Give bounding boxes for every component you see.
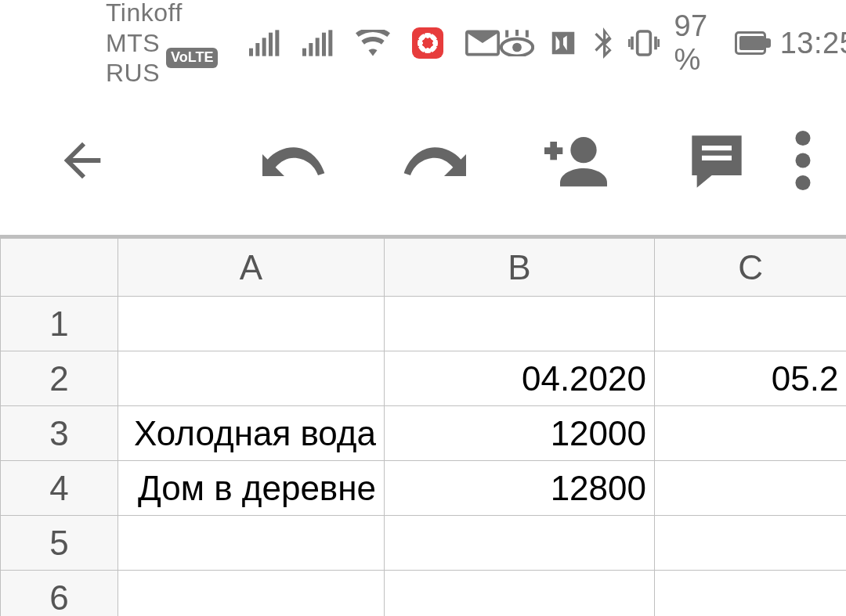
clock: 13:25 [780,27,846,60]
wifi-icon [356,30,390,56]
cell-B6[interactable] [385,571,655,617]
app-notification-icon [412,27,443,59]
status-right-icons: 97 % 13:25 [500,9,846,77]
cell-B2[interactable]: 04.2020 [385,351,655,406]
volte-badge: VoLTE [166,48,218,68]
spreadsheet[interactable]: A B C 1 2 04.2020 05.2 3 Холодная вода 1 [0,235,846,616]
battery-percent: 97 % [674,9,721,77]
mail-icon [465,30,500,56]
status-mid-icons [249,27,500,59]
row-header-4[interactable]: 4 [1,461,118,516]
row-header-2[interactable]: 2 [1,351,118,406]
cell-A1[interactable] [118,297,385,351]
svg-rect-1 [256,43,260,56]
row-header-3[interactable]: 3 [1,406,118,461]
cell-A4[interactable]: Дом в деревне [118,461,385,516]
redo-button[interactable] [392,117,478,204]
cell-C3[interactable] [655,406,847,461]
signal-2-icon [302,30,334,56]
bluetooth-icon [592,27,614,59]
col-header-A[interactable]: A [118,239,385,297]
row-header-5[interactable]: 5 [1,516,118,571]
status-bar: Tinkoff MTS RUS VoLTE [0,0,846,86]
cell-B4[interactable]: 12800 [385,461,655,516]
back-button[interactable] [39,117,125,204]
vibrate-icon [628,27,660,59]
svg-rect-2 [262,38,266,56]
row-header-1[interactable]: 1 [1,297,118,351]
cell-A2[interactable] [118,351,385,406]
svg-rect-8 [322,33,326,56]
svg-rect-0 [249,49,253,56]
nfc-icon [548,28,578,58]
svg-rect-22 [550,142,557,160]
svg-rect-7 [316,38,320,56]
cell-B3[interactable]: 12000 [385,406,655,461]
corner-cell[interactable] [1,239,118,297]
share-user-button[interactable] [533,117,619,204]
cell-C6[interactable] [655,571,847,617]
cell-C5[interactable] [655,516,847,571]
cell-C2[interactable]: 05.2 [655,351,847,406]
col-header-C[interactable]: C [655,239,847,297]
svg-rect-3 [269,33,273,56]
cell-A3[interactable]: Холодная вода [118,406,385,461]
svg-rect-9 [329,30,333,56]
cell-C4[interactable] [655,461,847,516]
eye-comfort-icon [500,30,534,56]
cell-B5[interactable] [385,516,655,571]
battery-icon [735,31,766,55]
signal-1-icon [249,30,280,56]
svg-point-23 [796,131,811,146]
svg-point-20 [570,137,596,163]
svg-rect-4 [276,30,280,56]
svg-point-25 [796,175,811,190]
carrier-block: Tinkoff MTS RUS VoLTE [106,0,218,88]
carrier-top: Tinkoff [106,0,218,28]
svg-point-24 [796,153,811,168]
cell-A5[interactable] [118,516,385,571]
toolbar [0,86,846,235]
carrier-bottom: MTS RUS [106,28,160,88]
svg-rect-15 [638,31,651,55]
row-header-6[interactable]: 6 [1,571,118,617]
cell-B1[interactable] [385,297,655,351]
undo-button[interactable] [251,117,337,204]
cell-A6[interactable] [118,571,385,617]
col-header-B[interactable]: B [385,239,655,297]
comment-button[interactable] [674,117,760,204]
svg-point-11 [513,43,522,52]
svg-rect-6 [309,43,313,56]
svg-rect-5 [302,49,306,56]
more-button[interactable] [760,117,846,204]
cell-C1[interactable] [655,297,847,351]
